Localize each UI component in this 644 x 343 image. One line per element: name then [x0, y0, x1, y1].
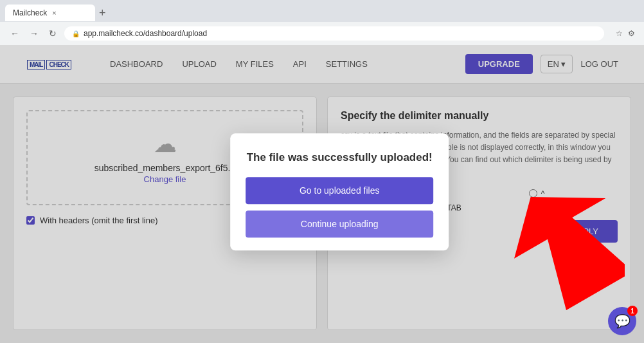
back-button[interactable]: ←: [8, 27, 22, 40]
reload-button[interactable]: ↻: [46, 27, 59, 40]
address-bar: ← → ↻ 🔒 app.mailcheck.co/dashboard/uploa…: [0, 22, 644, 45]
new-tab-button[interactable]: +: [95, 6, 110, 20]
star-icon[interactable]: ☆: [614, 28, 624, 39]
active-tab[interactable]: Mailcheck ×: [5, 5, 95, 21]
success-modal: The file was successfully uploaded! Go t…: [230, 133, 449, 250]
url-bar[interactable]: 🔒 app.mailcheck.co/dashboard/upload: [64, 26, 604, 41]
url-text: app.mailcheck.co/dashboard/upload: [84, 29, 207, 38]
tab-title: Mailcheck: [13, 8, 47, 17]
chat-badge: 1: [627, 306, 638, 316]
go-to-files-button[interactable]: Go to uploaded files: [246, 177, 433, 204]
tab-bar: Mailcheck × +: [0, 0, 644, 22]
chat-icon: 💬: [614, 313, 631, 329]
tab-close-icon[interactable]: ×: [52, 9, 56, 17]
page: MAILCHECK DASHBOARD UPLOAD MY FILES API …: [0, 45, 644, 343]
toolbar-icons: ☆ ⚙: [614, 28, 636, 39]
forward-button[interactable]: →: [27, 27, 41, 40]
chat-bubble[interactable]: 💬 1: [608, 307, 636, 335]
modal-title: The file was successfully uploaded!: [246, 151, 433, 164]
continue-uploading-button[interactable]: Continue uploading: [246, 210, 433, 237]
extensions-icon[interactable]: ⚙: [627, 28, 636, 39]
browser-chrome: Mailcheck × + ← → ↻ 🔒 app.mailcheck.co/d…: [0, 0, 644, 45]
lock-icon: 🔒: [72, 30, 80, 37]
